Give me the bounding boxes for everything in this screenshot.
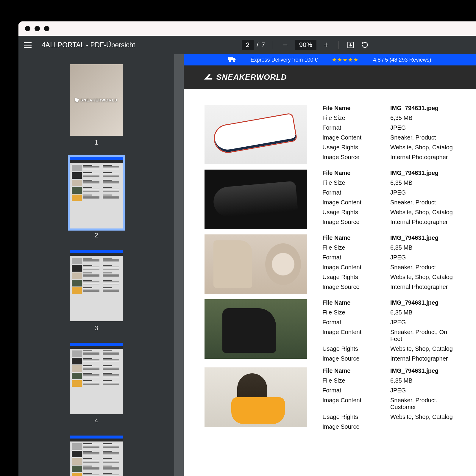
thumbnail-number: 3	[94, 324, 98, 332]
total-pages: 7	[261, 41, 265, 49]
asset-metadata: File NameIMG_794631.jpegFile Size6,35 MB…	[322, 367, 455, 430]
asset-row: File NameIMG_794631.jpegFile Size6,35 MB…	[205, 170, 455, 229]
thumbnail-cover-logo: SNEAKERWORLD	[75, 98, 117, 102]
meta-label-image_content: Image Content	[322, 397, 390, 411]
meta-label-image_content: Image Content	[322, 199, 390, 206]
truck-icon	[228, 57, 236, 63]
thumbnail-number: 1	[94, 139, 98, 146]
zoom-in-button[interactable]: +	[322, 40, 331, 50]
thumbnail-number: 4	[94, 417, 98, 425]
thumbnails-sidebar[interactable]: SNEAKERWORLD12345	[18, 54, 174, 476]
meta-label-file_name: File Name	[322, 170, 390, 176]
page-indicator: 2 / 7	[242, 40, 265, 50]
meta-value-file_name: IMG_794631.jpeg	[390, 299, 455, 306]
meta-value-image_source: Internal Photographer	[390, 284, 455, 290]
meta-value-image_content: Sneaker, Product	[390, 199, 455, 206]
meta-value-image_content: Sneaker, Product, Customer	[390, 397, 455, 411]
meta-value-file_name: IMG_794631.jpeg	[390, 234, 455, 241]
asset-list: File NameIMG_794631.jpegFile Size6,35 MB…	[184, 89, 476, 430]
document-title: 4ALLPORTAL - PDF-Übersicht	[42, 41, 135, 49]
meta-value-usage_rights: Website, Shop, Catalog	[390, 274, 455, 281]
meta-value-usage_rights: Website, Shop, Catalog	[390, 209, 455, 216]
window-titlebar	[18, 21, 476, 36]
meta-value-image_source: Internal Photographer	[390, 219, 455, 226]
asset-metadata: File NameIMG_794631.jpegFile Size6,35 MB…	[322, 299, 455, 362]
asset-thumbnail	[205, 170, 307, 229]
menu-icon[interactable]	[24, 42, 32, 48]
thumbnail-page-2[interactable]	[70, 157, 123, 228]
asset-thumbnail	[205, 367, 307, 427]
thumbnail-page-5[interactable]	[70, 436, 123, 476]
delivery-text: Express Delivery from 100 €	[250, 57, 318, 63]
pdf-page: Express Delivery from 100 € ★★★★★ 4,8 / …	[184, 54, 476, 476]
meta-value-usage_rights: Website, Shop, Catalog	[390, 144, 455, 151]
traffic-light-maximize[interactable]	[44, 26, 49, 31]
meta-label-file_size: File Size	[322, 309, 390, 316]
meta-label-file_name: File Name	[322, 367, 390, 374]
traffic-light-minimize[interactable]	[35, 26, 40, 31]
rotate-icon[interactable]	[360, 40, 369, 49]
asset-thumbnail	[205, 105, 307, 164]
promo-banner: Express Delivery from 100 € ★★★★★ 4,8 / …	[184, 54, 476, 65]
brand-name: SNEAKERWORLD	[216, 73, 287, 82]
meta-value-format: JPEG	[390, 189, 455, 196]
meta-label-image_source: Image Source	[322, 219, 390, 226]
meta-value-image_content: Sneaker, Product, On Feet	[390, 329, 455, 342]
meta-label-format: Format	[322, 189, 390, 196]
zoom-level[interactable]: 90%	[295, 40, 316, 50]
meta-value-file_name: IMG_794631.jpeg	[390, 170, 455, 176]
svg-point-2	[230, 60, 231, 62]
meta-label-file_name: File Name	[322, 234, 390, 241]
star-rating-icon: ★★★★★	[332, 57, 359, 63]
meta-label-file_size: File Size	[322, 377, 390, 384]
zoom-out-button[interactable]: −	[281, 40, 290, 50]
meta-value-file_size: 6,35 MB	[390, 377, 455, 384]
asset-metadata: File NameIMG_794631.jpegFile Size6,35 MB…	[322, 234, 455, 294]
meta-label-usage_rights: Usage Rights	[322, 274, 390, 281]
asset-metadata: File NameIMG_794631.jpegFile Size6,35 MB…	[322, 170, 455, 229]
meta-value-image_source: Internal Photographer	[390, 154, 455, 161]
meta-value-image_content: Sneaker, Product	[390, 264, 455, 271]
thumbnail-page-4[interactable]	[70, 343, 123, 414]
fit-page-icon[interactable]	[346, 40, 355, 49]
thumbnail-page-1[interactable]: SNEAKERWORLD	[70, 64, 123, 136]
meta-label-usage_rights: Usage Rights	[322, 345, 390, 352]
meta-label-image_source: Image Source	[322, 423, 390, 430]
meta-label-usage_rights: Usage Rights	[322, 414, 390, 420]
meta-value-file_name: IMG_794631.jpeg	[390, 367, 455, 374]
meta-label-image_source: Image Source	[322, 154, 390, 161]
meta-label-usage_rights: Usage Rights	[322, 144, 390, 151]
meta-value-usage_rights: Website, Shop, Catalog	[390, 414, 455, 420]
asset-row: File NameIMG_794631.jpegFile Size6,35 MB…	[205, 299, 455, 362]
brand-header: SNEAKERWORLD	[184, 65, 476, 89]
meta-value-format: JPEG	[390, 254, 455, 261]
meta-value-format: JPEG	[390, 387, 455, 394]
meta-label-image_source: Image Source	[322, 284, 390, 290]
meta-label-image_content: Image Content	[322, 264, 390, 271]
rating-text: 4,8 / 5 (48.293 Reviews)	[373, 57, 431, 63]
separator	[273, 41, 273, 49]
pdf-viewer-window: 4ALLPORTAL - PDF-Übersicht 2 / 7 − 90% +…	[18, 21, 476, 476]
current-page-input[interactable]: 2	[242, 40, 254, 50]
meta-label-file_name: File Name	[322, 299, 390, 306]
thumbnail-page-3[interactable]	[70, 250, 123, 321]
meta-value-usage_rights: Website, Shop, Catalog	[390, 345, 455, 352]
meta-value-file_name: IMG_794631.jpeg	[390, 105, 455, 112]
meta-label-image_content: Image Content	[322, 329, 390, 342]
meta-value-format: JPEG	[390, 124, 455, 131]
meta-label-usage_rights: Usage Rights	[322, 209, 390, 216]
brand-logo: SNEAKERWORLD	[203, 72, 287, 82]
meta-value-image_source	[390, 423, 455, 430]
meta-value-file_size: 6,35 MB	[390, 309, 455, 316]
traffic-light-close[interactable]	[25, 26, 30, 31]
svg-rect-1	[228, 57, 233, 60]
asset-metadata: File NameIMG_794631.jpegFile Size6,35 MB…	[322, 105, 455, 164]
page-viewport[interactable]: Express Delivery from 100 € ★★★★★ 4,8 / …	[174, 54, 476, 476]
meta-label-file_size: File Size	[322, 244, 390, 251]
svg-point-3	[233, 60, 235, 62]
meta-value-format: JPEG	[390, 319, 455, 326]
meta-value-image_content: Sneaker, Product	[390, 134, 455, 141]
meta-label-file_name: File Name	[322, 105, 390, 112]
meta-value-file_size: 6,35 MB	[390, 244, 455, 251]
meta-label-format: Format	[322, 387, 390, 394]
